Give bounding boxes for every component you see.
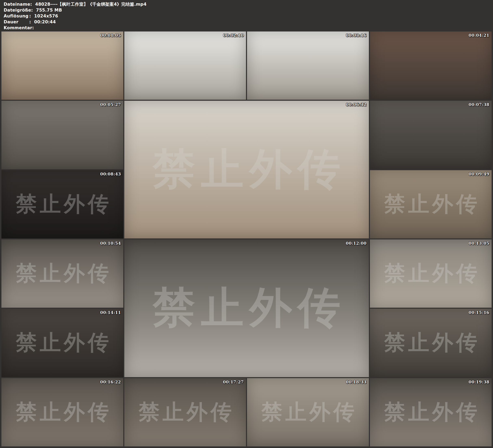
duration-value: 00:20:44 [34, 19, 56, 25]
watermark-text: 禁止外传 [124, 239, 369, 377]
timestamp-overlay: 00:06:32 [346, 102, 367, 107]
timestamp-overlay: 00:05:27 [100, 102, 121, 107]
watermark-text: 禁止外传 [1, 378, 123, 446]
video-thumbnail: 禁止外传00:17:27 [124, 378, 246, 446]
timestamp-overlay: 00:19:38 [469, 380, 489, 384]
contact-sheet-page: Dateiname : 48028----【枫叶工作室】《千金绑架案4》完结篇.… [0, 0, 493, 448]
video-thumbnail: 00:04:21 [370, 32, 492, 100]
watermark-text: 禁止外传 [1, 170, 123, 238]
timestamp-overlay: 00:14:11 [100, 310, 121, 315]
timestamp-overlay: 00:16:22 [100, 380, 121, 384]
video-thumbnail: 00:01:05 [1, 32, 123, 100]
watermark-text: 禁止外传 [247, 378, 369, 446]
timestamp-overlay: 00:02:10 [223, 33, 244, 38]
watermark-text: 禁止外传 [124, 101, 369, 238]
video-thumbnail: 00:07:38 [370, 101, 492, 169]
file-info-separator: : [29, 19, 34, 25]
timestamp-overlay: 00:10:54 [100, 241, 121, 246]
file-info-label: Dateigröße [4, 7, 31, 13]
file-info-separator: : [31, 7, 36, 13]
timestamp-overlay: 00:07:38 [469, 102, 489, 107]
file-info-separator: : [32, 25, 37, 31]
video-thumbnail: 禁止外传00:09:49 [370, 170, 492, 238]
video-thumbnail: 00:02:10 [124, 32, 246, 100]
thumbnail-grid: 00:01:0500:02:1000:03:1600:04:2100:05:27… [1, 32, 492, 446]
watermark-text: 禁止外传 [370, 170, 492, 238]
video-thumbnail: 00:05:27 [1, 101, 123, 169]
file-info-header: Dateiname : 48028----【枫叶工作室】《千金绑架案4》完结篇.… [0, 0, 493, 32]
watermark-text: 禁止外传 [370, 239, 492, 308]
timestamp-overlay: 00:18:33 [346, 380, 367, 384]
video-thumbnail: 00:03:16 [247, 32, 369, 100]
timestamp-overlay: 00:03:16 [346, 33, 367, 38]
timestamp-overlay: 00:13:05 [469, 241, 489, 246]
video-thumbnail: 禁止外传00:15:16 [370, 309, 492, 377]
video-thumbnail: 禁止外传00:06:32 [124, 101, 369, 238]
file-info-label: Auflösung [4, 13, 29, 19]
video-thumbnail: 禁止外传00:13:05 [370, 239, 492, 308]
timestamp-overlay: 00:12:00 [346, 241, 367, 246]
file-info-label: Dauer [4, 19, 29, 25]
file-info-label: Kommentar [4, 25, 32, 31]
video-thumbnail: 禁止外传00:16:22 [1, 378, 123, 446]
video-thumbnail: 禁止外传00:14:11 [1, 309, 123, 377]
file-info-label: Dateiname [4, 1, 30, 7]
timestamp-overlay: 00:09:49 [469, 172, 489, 177]
file-info-row-dateiname: Dateiname : 48028----【枫叶工作室】《千金绑架案4》完结篇.… [4, 1, 493, 7]
file-info-row-dauer: Dauer : 00:20:44 [4, 19, 493, 25]
timestamp-overlay: 00:17:27 [223, 380, 244, 384]
video-thumbnail: 禁止外传00:19:38 [370, 378, 492, 446]
file-info-separator: : [30, 1, 35, 7]
watermark-text: 禁止外传 [1, 239, 123, 308]
video-thumbnail: 禁止外传00:18:33 [247, 378, 369, 446]
video-thumbnail: 禁止外传00:08:43 [1, 170, 123, 238]
file-name-value: 48028----【枫叶工作室】《千金绑架案4》完结篇.mp4 [35, 1, 146, 7]
file-info-row-aufloesung: Auflösung : 1024x576 [4, 13, 493, 19]
watermark-text: 禁止外传 [1, 309, 123, 377]
resolution-value: 1024x576 [34, 13, 58, 19]
timestamp-overlay: 00:04:21 [469, 33, 489, 38]
file-size-value: 755.75 MB [36, 7, 62, 13]
watermark-text: 禁止外传 [124, 378, 246, 446]
timestamp-overlay: 00:01:05 [100, 33, 121, 38]
timestamp-overlay: 00:08:43 [100, 172, 121, 177]
file-info-row-kommentar: Kommentar : [4, 25, 493, 31]
watermark-text: 禁止外传 [370, 309, 492, 377]
video-thumbnail: 禁止外传00:12:00 [124, 239, 369, 377]
file-info-row-dateigroesse: Dateigröße : 755.75 MB [4, 7, 493, 13]
video-thumbnail: 禁止外传00:10:54 [1, 239, 123, 308]
watermark-text: 禁止外传 [370, 378, 492, 446]
file-info-separator: : [29, 13, 34, 19]
timestamp-overlay: 00:15:16 [469, 310, 489, 315]
